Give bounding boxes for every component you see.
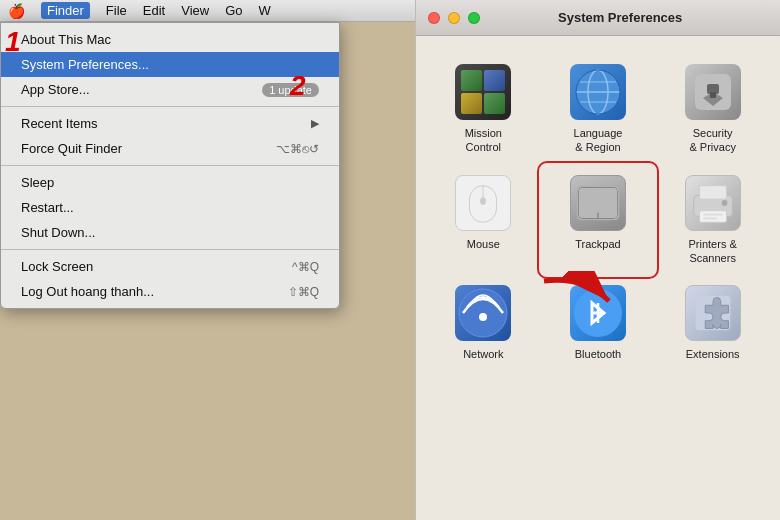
- maximize-button[interactable]: [468, 12, 480, 24]
- menu-lock-screen[interactable]: Lock Screen ^⌘Q: [1, 254, 339, 279]
- mouse-label: Mouse: [467, 237, 500, 251]
- security-privacy-label: Security& Privacy: [689, 126, 735, 155]
- pref-mouse[interactable]: Mouse: [426, 165, 541, 276]
- menu-force-quit[interactable]: Force Quit Finder ⌥⌘⎋↺: [1, 136, 339, 161]
- svg-rect-19: [699, 210, 726, 222]
- menu-system-preferences[interactable]: System Preferences...: [1, 52, 339, 77]
- force-quit-shortcut: ⌥⌘⎋↺: [276, 142, 319, 156]
- mission-control-icon: [455, 64, 511, 120]
- prefs-window-title: System Preferences: [558, 10, 682, 25]
- menu-logout[interactable]: Log Out hoang thanh... ⇧⌘Q: [1, 279, 339, 304]
- step-2-label: 2: [290, 70, 306, 102]
- svg-point-25: [479, 313, 487, 321]
- separator-2: [1, 165, 339, 166]
- pref-security-privacy[interactable]: Security& Privacy: [655, 54, 770, 165]
- prefs-icon-grid: MissionControl Language& Region: [416, 36, 780, 381]
- menu-recent-items[interactable]: Recent Items ▶: [1, 111, 339, 136]
- apple-menu-icon[interactable]: 🍎: [8, 3, 25, 19]
- printers-scanners-icon: [685, 175, 741, 231]
- lock-screen-shortcut: ^⌘Q: [292, 260, 319, 274]
- menu-restart[interactable]: Restart...: [1, 195, 339, 220]
- file-menu[interactable]: File: [106, 3, 127, 18]
- menu-about-this-mac[interactable]: About This Mac: [1, 27, 339, 52]
- left-panel: 🍎 Finder File Edit View Go W 1 2 About T…: [0, 0, 415, 520]
- network-label: Network: [463, 347, 503, 361]
- menu-app-store[interactable]: App Store... 1 update: [1, 77, 339, 102]
- network-icon: [455, 285, 511, 341]
- pref-bluetooth[interactable]: Bluetooth: [541, 275, 656, 371]
- separator-3: [1, 249, 339, 250]
- menu-shutdown[interactable]: Shut Down...: [1, 220, 339, 245]
- pref-network[interactable]: Network: [426, 275, 541, 371]
- go-menu[interactable]: Go: [225, 3, 242, 18]
- mouse-icon: [455, 175, 511, 231]
- minimize-button[interactable]: [448, 12, 460, 24]
- pref-mission-control[interactable]: MissionControl: [426, 54, 541, 165]
- mission-control-label: MissionControl: [465, 126, 502, 155]
- svg-rect-9: [710, 92, 716, 98]
- step-1-label: 1: [5, 26, 21, 58]
- pref-language-region[interactable]: Language& Region: [541, 54, 656, 165]
- svg-point-20: [721, 200, 727, 206]
- extensions-icon: [685, 285, 741, 341]
- svg-rect-22: [703, 217, 717, 219]
- view-menu[interactable]: View: [181, 3, 209, 18]
- logout-shortcut: ⇧⌘Q: [288, 285, 319, 299]
- bluetooth-label: Bluetooth: [575, 347, 621, 361]
- menu-sleep[interactable]: Sleep: [1, 170, 339, 195]
- window-menu[interactable]: W: [259, 3, 271, 18]
- svg-point-12: [480, 197, 486, 205]
- separator-1: [1, 106, 339, 107]
- pref-printers-scanners[interactable]: Printers &Scanners: [655, 165, 770, 276]
- language-region-icon: [570, 64, 626, 120]
- pref-extensions[interactable]: Extensions: [655, 275, 770, 371]
- trackpad-icon: [570, 175, 626, 231]
- bluetooth-icon: [570, 285, 626, 341]
- menu-bar: 🍎 Finder File Edit View Go W: [0, 0, 415, 22]
- language-region-label: Language& Region: [574, 126, 623, 155]
- pref-trackpad[interactable]: Trackpad: [541, 165, 656, 276]
- security-privacy-icon: [685, 64, 741, 120]
- printers-scanners-label: Printers &Scanners: [689, 237, 737, 266]
- edit-menu[interactable]: Edit: [143, 3, 165, 18]
- apple-dropdown-menu: About This Mac System Preferences... App…: [0, 22, 340, 309]
- system-preferences-panel: System Preferences: [415, 0, 780, 520]
- prefs-titlebar: System Preferences: [416, 0, 780, 36]
- extensions-label: Extensions: [686, 347, 740, 361]
- close-button[interactable]: [428, 12, 440, 24]
- svg-rect-18: [699, 185, 726, 199]
- finder-menu[interactable]: Finder: [41, 2, 90, 19]
- recent-items-arrow: ▶: [311, 117, 319, 130]
- trackpad-label: Trackpad: [575, 237, 620, 251]
- svg-rect-21: [703, 213, 722, 215]
